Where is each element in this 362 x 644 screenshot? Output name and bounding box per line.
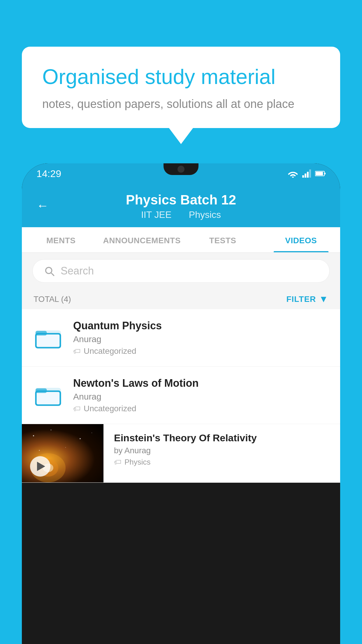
search-icon — [43, 265, 55, 277]
filter-row: TOTAL (4) FILTER ▼ — [22, 289, 340, 309]
svg-rect-3 — [307, 172, 309, 178]
play-button[interactable] — [30, 456, 50, 477]
item-title: Newton's Laws of Motion — [73, 377, 328, 389]
filter-button[interactable]: FILTER ▼ — [286, 294, 328, 304]
back-button[interactable]: ← — [36, 199, 49, 213]
bubble-title: Organised study material — [42, 64, 320, 89]
svg-point-19 — [65, 447, 66, 448]
bubble-subtitle: notes, question papers, solutions all at… — [42, 97, 320, 111]
list-item[interactable]: Quantum Physics Anurag 🏷 Uncategorized — [22, 309, 340, 367]
batch-title: Physics Batch 12 — [36, 192, 326, 208]
svg-rect-11 — [36, 331, 47, 335]
svg-rect-10 — [36, 334, 60, 347]
tag-label: Uncategorized — [84, 346, 136, 356]
svg-rect-1 — [302, 175, 304, 178]
video-list: Quantum Physics Anurag 🏷 Uncategorized — [22, 309, 340, 483]
item-thumbnail — [34, 381, 63, 410]
item-author: Anurag — [73, 392, 328, 402]
tag-label: Physics — [124, 458, 151, 467]
folder-icon — [35, 325, 61, 351]
svg-point-18 — [80, 438, 81, 439]
filter-label: FILTER — [286, 295, 316, 304]
svg-rect-15 — [36, 388, 47, 393]
list-item[interactable]: Newton's Laws of Motion Anurag 🏷 Uncateg… — [22, 367, 340, 424]
app-header: ← Physics Batch 12 IIT JEE Physics — [22, 184, 340, 227]
svg-rect-14 — [36, 392, 60, 405]
item-info: Einstein's Theory Of Relativity by Anura… — [103, 424, 340, 475]
search-bar-wrapper: Search — [22, 253, 340, 289]
signal-icon — [302, 169, 311, 178]
total-count: TOTAL (4) — [34, 295, 71, 304]
item-tag: 🏷 Physics — [114, 458, 330, 467]
search-placeholder: Search — [61, 265, 94, 277]
phone-container: 14:29 — [22, 163, 340, 644]
svg-rect-2 — [305, 174, 306, 178]
folder-icon — [35, 382, 61, 408]
tag-icon: 🏷 — [73, 404, 81, 413]
batch-category1: IIT JEE — [141, 209, 171, 220]
tag-icon: 🏷 — [114, 458, 122, 467]
batch-category2: Physics — [189, 209, 221, 220]
wifi-icon — [288, 169, 298, 178]
list-item[interactable]: Einstein's Theory Of Relativity by Anura… — [22, 424, 340, 483]
svg-rect-6 — [316, 172, 323, 175]
phone-inner: 14:29 — [22, 163, 340, 644]
item-tag: 🏷 Uncategorized — [73, 346, 328, 356]
tab-videos[interactable]: VIDEOS — [262, 227, 340, 252]
tag-icon: 🏷 — [73, 347, 81, 356]
battery-icon — [315, 171, 326, 176]
item-title: Einstein's Theory Of Relativity — [114, 432, 330, 444]
tab-tests[interactable]: TESTS — [184, 227, 262, 252]
svg-point-20 — [39, 450, 40, 451]
svg-point-21 — [92, 433, 92, 433]
svg-point-16 — [33, 435, 34, 436]
status-time: 14:29 — [36, 168, 61, 179]
filter-icon: ▼ — [319, 294, 328, 304]
svg-rect-7 — [325, 173, 326, 174]
item-author: Anurag — [73, 334, 328, 344]
front-camera — [178, 166, 184, 173]
play-icon — [37, 462, 45, 471]
item-info: Quantum Physics Anurag 🏷 Uncategorized — [73, 320, 328, 356]
svg-point-0 — [292, 176, 294, 178]
tab-ments[interactable]: MENTS — [22, 227, 100, 252]
item-thumbnail — [34, 323, 63, 352]
batch-subtitle: IIT JEE Physics — [36, 209, 326, 220]
speech-bubble: Organised study material notes, question… — [22, 47, 340, 128]
item-info: Newton's Laws of Motion Anurag 🏷 Uncateg… — [73, 377, 328, 413]
video-thumbnail — [22, 424, 103, 482]
search-bar[interactable]: Search — [32, 259, 330, 283]
svg-point-17 — [51, 430, 52, 430]
status-icons — [288, 169, 326, 178]
item-title: Quantum Physics — [73, 320, 328, 332]
tab-bar: MENTS ANNOUNCEMENTS TESTS VIDEOS — [22, 227, 340, 253]
tab-announcements[interactable]: ANNOUNCEMENTS — [100, 227, 184, 252]
item-tag: 🏷 Uncategorized — [73, 404, 328, 413]
svg-rect-4 — [309, 169, 311, 178]
phone-notch — [164, 163, 198, 175]
tag-label: Uncategorized — [84, 404, 136, 413]
item-author: by Anurag — [114, 446, 330, 455]
